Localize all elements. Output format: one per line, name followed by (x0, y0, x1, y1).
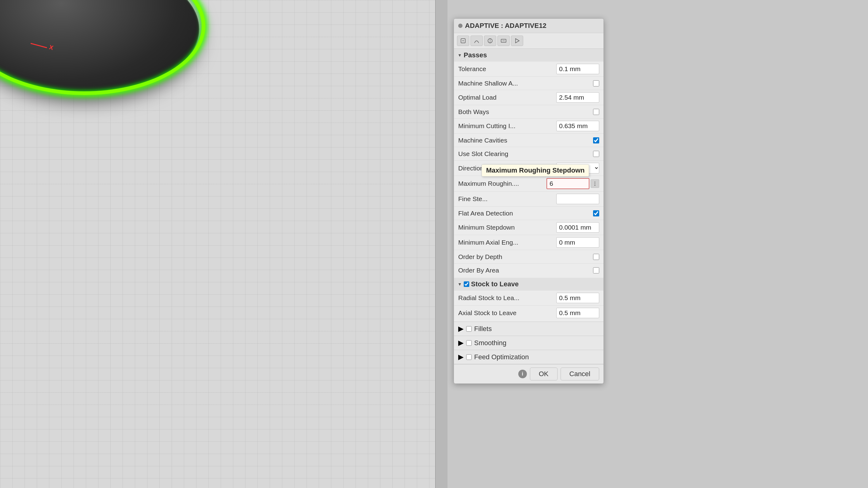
axial-stock-row: Axial Stock to Leave (454, 306, 603, 320)
passes-section-header[interactable]: ▼ Passes (454, 49, 603, 62)
dialog-title: ADAPTIVE : ADAPTIVE12 (465, 22, 547, 30)
fillets-section-header[interactable]: ▶ Fillets (454, 322, 603, 336)
min-axial-row: Minimum Axial Eng... (454, 235, 603, 250)
ok-button[interactable]: OK (530, 368, 558, 380)
toolbar-path-btn[interactable] (470, 36, 483, 46)
smoothing-checkbox[interactable] (466, 340, 472, 346)
feed-optimization-chevron: ▶ (458, 353, 464, 361)
flat-area-row: Flat Area Detection (454, 207, 603, 220)
stock-section-header[interactable]: ▼ Stock to Leave (454, 278, 603, 291)
order-area-row: Order By Area (454, 264, 603, 277)
dialog-footer: i OK Cancel (454, 364, 603, 384)
radial-stock-input[interactable] (556, 293, 599, 303)
smoothing-section-header[interactable]: ▶ Smoothing (454, 336, 603, 350)
adaptive-dialog: ADAPTIVE : ADAPTIVE12 ▼ Passes Tolerance (454, 19, 604, 384)
info-icon[interactable]: i (518, 370, 527, 378)
flat-area-checkbox[interactable] (593, 210, 599, 216)
both-ways-label: Both Ways (458, 108, 593, 116)
feed-optimization-section-header[interactable]: ▶ Feed Optimization (454, 350, 603, 364)
fine-stepdown-input[interactable] (556, 194, 599, 204)
machine-cavities-row: Machine Cavities (454, 134, 603, 147)
fillets-chevron: ▶ (458, 325, 464, 333)
fine-stepdown-row: Fine Ste... (454, 191, 603, 207)
slot-clearing-row: Use Slot Clearing (454, 147, 603, 161)
tolerance-label: Tolerance (458, 65, 556, 73)
machine-cavities-label: Machine Cavities (458, 137, 593, 144)
tolerance-input[interactable] (556, 64, 599, 74)
svg-marker-6 (516, 39, 519, 43)
machine-shallow-checkbox[interactable] (593, 80, 599, 86)
max-roughing-extra-btn[interactable]: ⋮ (591, 179, 599, 188)
smoothing-chevron: ▶ (458, 339, 464, 347)
order-area-label: Order By Area (458, 267, 593, 274)
optimal-load-row: Optimal Load (454, 90, 603, 105)
passes-fields: Tolerance Machine Shallow A... Optimal L… (454, 62, 603, 277)
machine-shallow-row: Machine Shallow A... (454, 77, 603, 90)
order-depth-checkbox[interactable] (593, 254, 599, 260)
passes-label: Passes (464, 51, 487, 59)
tolerance-row: Tolerance (454, 62, 603, 77)
feed-optimization-checkbox[interactable] (466, 354, 472, 360)
max-roughing-input-group: ⋮ (547, 178, 599, 189)
fillets-label: Fillets (474, 325, 492, 333)
both-ways-row: Both Ways (454, 105, 603, 119)
slot-clearing-label: Use Slot Clearing (458, 150, 593, 158)
fillets-checkbox[interactable] (466, 326, 472, 332)
min-stepdown-label: Minimum Stepdown (458, 224, 556, 231)
stock-section-checkbox[interactable] (464, 281, 469, 287)
cancel-button[interactable]: Cancel (561, 368, 599, 380)
smoothing-label: Smoothing (474, 339, 506, 347)
machine-cavities-checkbox[interactable] (593, 137, 599, 144)
machine-shallow-label: Machine Shallow A... (458, 80, 593, 87)
dialog-titlebar: ADAPTIVE : ADAPTIVE12 (454, 19, 603, 33)
dialog-toolbar (454, 33, 603, 49)
ruler-right (435, 0, 447, 488)
min-cutting-row: Minimum Cutting I... (454, 119, 603, 134)
cad-viewport: X (0, 0, 447, 488)
toolbar-geometry-btn[interactable] (484, 36, 496, 46)
max-roughing-tooltip: Maximum Roughing Stepdown (482, 164, 589, 177)
min-cutting-input[interactable] (556, 121, 599, 131)
axial-stock-label: Axial Stock to Leave (458, 309, 556, 317)
slot-clearing-checkbox[interactable] (593, 151, 599, 157)
axial-stock-input[interactable] (556, 308, 599, 318)
order-depth-row: Order by Depth (454, 250, 603, 264)
3d-disc-container (0, 0, 230, 123)
optimal-load-label: Optimal Load (458, 94, 556, 101)
radial-stock-row: Radial Stock to Lea... (454, 291, 603, 306)
flat-area-label: Flat Area Detection (458, 210, 593, 217)
order-depth-label: Order by Depth (458, 253, 593, 261)
x-axis-label: X (49, 43, 54, 52)
radial-stock-label: Radial Stock to Lea... (458, 294, 556, 302)
toolbar-sim-btn[interactable] (511, 36, 523, 46)
max-roughing-input[interactable] (547, 178, 589, 189)
axes-indicator: X (31, 31, 55, 55)
toolbar-tool-btn[interactable] (457, 36, 469, 46)
min-stepdown-input[interactable] (556, 222, 599, 233)
toolbar-param-btn[interactable] (497, 36, 510, 46)
max-roughing-label: Maximum Roughin.... (458, 180, 547, 187)
min-stepdown-row: Minimum Stepdown (454, 220, 603, 235)
min-axial-label: Minimum Axial Eng... (458, 239, 556, 246)
passes-chevron: ▼ (458, 53, 462, 58)
min-axial-input[interactable] (556, 237, 599, 248)
title-dot (458, 24, 463, 28)
stock-label: Stock to Leave (471, 280, 519, 288)
optimal-load-input[interactable] (556, 92, 599, 103)
feed-optimization-label: Feed Optimization (474, 353, 529, 361)
stock-fields: Radial Stock to Lea... Axial Stock to Le… (454, 291, 603, 320)
stock-chevron: ▼ (458, 282, 462, 286)
min-cutting-label: Minimum Cutting I... (458, 122, 556, 130)
max-roughing-row: Maximum Roughin.... ⋮ Maximum Roughing S… (454, 176, 603, 191)
fine-stepdown-label: Fine Ste... (458, 195, 556, 203)
order-area-checkbox[interactable] (593, 267, 599, 273)
both-ways-checkbox[interactable] (593, 109, 599, 115)
